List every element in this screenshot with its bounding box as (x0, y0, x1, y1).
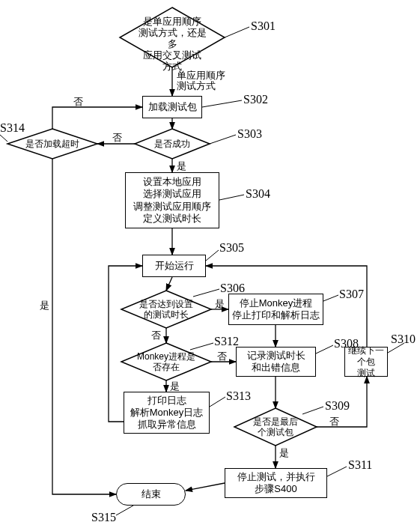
s310-box: 继续下一个包 测试 (344, 347, 388, 377)
svg-line-20 (225, 27, 249, 37)
label-s310: S310 (391, 333, 416, 346)
svg-line-32 (210, 397, 225, 407)
edge-s309-no: 否 (329, 416, 339, 428)
svg-line-31 (190, 343, 213, 350)
s315-terminator: 结束 (116, 483, 186, 506)
label-s311: S311 (348, 458, 372, 472)
s305-box: 开始运行 (142, 255, 206, 277)
svg-line-22 (210, 135, 236, 144)
edge-s306-yes: 是 (215, 298, 225, 311)
svg-line-11 (166, 277, 172, 291)
svg-line-24 (206, 250, 219, 261)
s306-text: 是否达到设置的测试时长 (135, 300, 198, 321)
svg-line-23 (219, 195, 244, 200)
edge-s303-yes: 是 (177, 160, 186, 173)
edge-s312-yes: 是 (170, 380, 180, 393)
s309-text: 是否是最后个测试包 (249, 417, 302, 438)
label-s301: S301 (251, 19, 276, 33)
label-s306: S306 (220, 282, 245, 295)
svg-line-26 (323, 295, 338, 301)
s314-text: 是否加载超时 (20, 139, 85, 150)
s313-box: 打印日志 解析Monkey日志 抓取异常信息 (124, 392, 210, 434)
s301-text: 是单应用顺序测试方式，还是多应用交叉测试方式 (136, 16, 208, 73)
label-s308: S308 (334, 337, 359, 351)
s308-box: 记录测试时长 和出错信息 (236, 347, 316, 377)
label-s312: S312 (214, 335, 239, 348)
edge-single-mode: 单应用顺序测试方式 (177, 70, 225, 92)
s307-box: 停止Monkey进程 停止打印和解析日志 (228, 294, 323, 325)
s302-box: 加载测试包 (142, 96, 202, 118)
label-s305: S305 (219, 241, 244, 255)
label-s302: S302 (243, 93, 268, 106)
label-s315: S315 (91, 511, 116, 524)
label-s313: S313 (226, 389, 251, 403)
label-s314: S314 (0, 121, 25, 135)
s304-box: 设置本地应用 选择测试应用 调整测试应用顺序 定义测试时长 (125, 172, 219, 228)
label-s307: S307 (339, 288, 364, 301)
svg-line-21 (202, 100, 242, 107)
edge-s309-yes: 是 (279, 447, 289, 460)
label-s304: S304 (246, 187, 270, 201)
svg-line-25 (193, 289, 219, 297)
s311-box: 停止测试，并执行 步骤S400 (225, 468, 327, 498)
edge-s314-no: 否 (73, 96, 83, 109)
edge-s314-yes: 是 (40, 300, 49, 312)
s312-text: Monkey进程是否存在 (135, 352, 198, 373)
label-s309: S309 (325, 399, 350, 413)
svg-line-19 (186, 483, 225, 491)
svg-line-33 (0, 135, 7, 142)
svg-line-30 (327, 467, 347, 476)
edge-s312-no: 否 (217, 351, 227, 363)
label-s303: S303 (237, 127, 262, 141)
svg-line-34 (116, 506, 133, 515)
svg-line-27 (316, 345, 333, 353)
edge-s303-no: 否 (112, 132, 122, 145)
s303-text: 是否成功 (150, 139, 195, 150)
edge-s306-no: 否 (151, 330, 161, 342)
svg-line-28 (302, 407, 323, 414)
